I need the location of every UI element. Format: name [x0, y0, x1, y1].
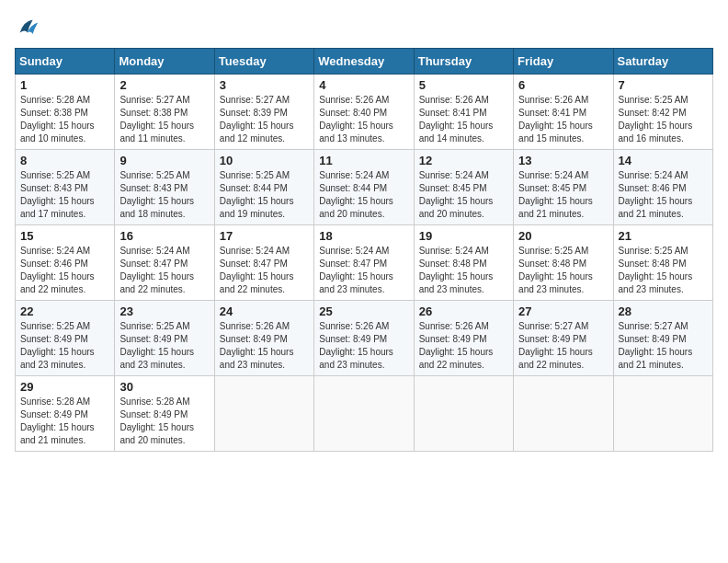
day-number: 17 — [220, 229, 309, 243]
day-of-week-header: Saturday — [613, 49, 712, 75]
day-number: 3 — [220, 78, 309, 92]
day-content: Sunrise: 5:27 AM Sunset: 8:49 PM Dayligh… — [518, 320, 608, 372]
day-content: Sunrise: 5:28 AM Sunset: 8:38 PM Dayligh… — [20, 94, 109, 145]
calendar-day-cell: 8 Sunrise: 5:25 AM Sunset: 8:43 PM Dayli… — [16, 150, 115, 225]
day-content: Sunrise: 5:27 AM Sunset: 8:38 PM Dayligh… — [119, 94, 209, 145]
calendar-week-row: 29 Sunrise: 5:28 AM Sunset: 8:49 PM Dayl… — [16, 376, 713, 452]
day-content: Sunrise: 5:26 AM Sunset: 8:49 PM Dayligh… — [220, 320, 309, 372]
calendar-day-cell: 23 Sunrise: 5:25 AM Sunset: 8:49 PM Dayl… — [115, 301, 214, 376]
day-of-week-header: Thursday — [414, 49, 513, 75]
day-content: Sunrise: 5:27 AM Sunset: 8:49 PM Dayligh… — [619, 320, 708, 372]
day-content: Sunrise: 5:24 AM Sunset: 8:45 PM Dayligh… — [518, 169, 608, 221]
calendar-day-cell — [214, 376, 313, 452]
calendar-day-cell: 15 Sunrise: 5:24 AM Sunset: 8:46 PM Dayl… — [16, 225, 115, 301]
day-content: Sunrise: 5:24 AM Sunset: 8:48 PM Dayligh… — [419, 245, 508, 296]
calendar-day-cell: 1 Sunrise: 5:28 AM Sunset: 8:38 PM Dayli… — [16, 75, 115, 150]
day-content: Sunrise: 5:25 AM Sunset: 8:48 PM Dayligh… — [619, 245, 708, 296]
day-number: 11 — [319, 154, 408, 167]
calendar-day-cell: 4 Sunrise: 5:26 AM Sunset: 8:40 PM Dayli… — [314, 75, 414, 150]
day-content: Sunrise: 5:26 AM Sunset: 8:49 PM Dayligh… — [419, 320, 508, 372]
day-content: Sunrise: 5:25 AM Sunset: 8:44 PM Dayligh… — [220, 169, 309, 221]
calendar-table: SundayMondayTuesdayWednesdayThursdayFrid… — [15, 48, 713, 452]
day-number: 4 — [319, 78, 408, 92]
calendar-day-cell: 16 Sunrise: 5:24 AM Sunset: 8:47 PM Dayl… — [115, 225, 214, 301]
calendar-day-cell: 26 Sunrise: 5:26 AM Sunset: 8:49 PM Dayl… — [414, 301, 513, 376]
day-number: 22 — [20, 304, 109, 318]
day-content: Sunrise: 5:24 AM Sunset: 8:44 PM Dayligh… — [319, 169, 408, 221]
day-number: 18 — [319, 229, 408, 243]
day-number: 19 — [419, 229, 508, 243]
calendar-day-cell: 30 Sunrise: 5:28 AM Sunset: 8:49 PM Dayl… — [115, 376, 214, 452]
day-of-week-header: Wednesday — [314, 49, 414, 75]
day-content: Sunrise: 5:24 AM Sunset: 8:47 PM Dayligh… — [319, 245, 408, 296]
calendar-day-cell — [414, 376, 513, 452]
calendar-day-cell: 17 Sunrise: 5:24 AM Sunset: 8:47 PM Dayl… — [214, 225, 313, 301]
day-content: Sunrise: 5:26 AM Sunset: 8:49 PM Dayligh… — [319, 320, 408, 372]
calendar-day-cell — [314, 376, 414, 452]
calendar-day-cell: 11 Sunrise: 5:24 AM Sunset: 8:44 PM Dayl… — [314, 150, 414, 225]
calendar-day-cell — [514, 376, 613, 452]
calendar-week-row: 8 Sunrise: 5:25 AM Sunset: 8:43 PM Dayli… — [16, 150, 713, 225]
calendar-day-cell: 13 Sunrise: 5:24 AM Sunset: 8:45 PM Dayl… — [514, 150, 613, 225]
day-number: 10 — [220, 154, 309, 167]
calendar-day-cell: 18 Sunrise: 5:24 AM Sunset: 8:47 PM Dayl… — [314, 225, 414, 301]
day-number: 23 — [119, 304, 209, 318]
day-number: 2 — [119, 78, 209, 92]
day-number: 1 — [20, 78, 109, 92]
calendar-day-cell: 5 Sunrise: 5:26 AM Sunset: 8:41 PM Dayli… — [414, 75, 513, 150]
day-of-week-header: Monday — [115, 49, 214, 75]
calendar-day-cell: 19 Sunrise: 5:24 AM Sunset: 8:48 PM Dayl… — [414, 225, 513, 301]
calendar-day-cell: 14 Sunrise: 5:24 AM Sunset: 8:46 PM Dayl… — [613, 150, 712, 225]
day-number: 26 — [419, 304, 508, 318]
day-number: 5 — [419, 78, 508, 92]
day-number: 20 — [518, 229, 608, 243]
calendar-week-row: 15 Sunrise: 5:24 AM Sunset: 8:46 PM Dayl… — [16, 225, 713, 301]
day-number: 16 — [119, 229, 209, 243]
calendar-day-cell — [613, 376, 712, 452]
calendar-day-cell: 25 Sunrise: 5:26 AM Sunset: 8:49 PM Dayl… — [314, 301, 414, 376]
calendar-week-row: 1 Sunrise: 5:28 AM Sunset: 8:38 PM Dayli… — [16, 75, 713, 150]
calendar-day-cell: 20 Sunrise: 5:25 AM Sunset: 8:48 PM Dayl… — [514, 225, 613, 301]
calendar-day-cell: 24 Sunrise: 5:26 AM Sunset: 8:49 PM Dayl… — [214, 301, 313, 376]
calendar-week-row: 22 Sunrise: 5:25 AM Sunset: 8:49 PM Dayl… — [16, 301, 713, 376]
day-of-week-header: Sunday — [16, 49, 115, 75]
day-number: 27 — [518, 304, 608, 318]
day-number: 15 — [20, 229, 109, 243]
day-content: Sunrise: 5:26 AM Sunset: 8:40 PM Dayligh… — [319, 94, 408, 145]
page-header — [15, 15, 713, 40]
day-content: Sunrise: 5:27 AM Sunset: 8:39 PM Dayligh… — [220, 94, 309, 145]
day-number: 13 — [518, 154, 608, 167]
day-content: Sunrise: 5:24 AM Sunset: 8:47 PM Dayligh… — [119, 245, 209, 296]
calendar-day-cell: 28 Sunrise: 5:27 AM Sunset: 8:49 PM Dayl… — [613, 301, 712, 376]
day-number: 24 — [220, 304, 309, 318]
day-content: Sunrise: 5:24 AM Sunset: 8:46 PM Dayligh… — [20, 245, 109, 296]
calendar-day-cell: 27 Sunrise: 5:27 AM Sunset: 8:49 PM Dayl… — [514, 301, 613, 376]
calendar-day-cell: 10 Sunrise: 5:25 AM Sunset: 8:44 PM Dayl… — [214, 150, 313, 225]
day-content: Sunrise: 5:24 AM Sunset: 8:46 PM Dayligh… — [619, 169, 708, 221]
day-content: Sunrise: 5:25 AM Sunset: 8:49 PM Dayligh… — [119, 320, 209, 372]
day-content: Sunrise: 5:25 AM Sunset: 8:49 PM Dayligh… — [20, 320, 109, 372]
day-content: Sunrise: 5:25 AM Sunset: 8:43 PM Dayligh… — [20, 169, 109, 221]
day-content: Sunrise: 5:28 AM Sunset: 8:49 PM Dayligh… — [20, 396, 109, 447]
day-content: Sunrise: 5:25 AM Sunset: 8:42 PM Dayligh… — [619, 94, 708, 145]
day-number: 14 — [619, 154, 708, 167]
day-content: Sunrise: 5:26 AM Sunset: 8:41 PM Dayligh… — [419, 94, 508, 145]
calendar-day-cell: 3 Sunrise: 5:27 AM Sunset: 8:39 PM Dayli… — [214, 75, 313, 150]
calendar-day-cell: 7 Sunrise: 5:25 AM Sunset: 8:42 PM Dayli… — [613, 75, 712, 150]
calendar-day-cell: 12 Sunrise: 5:24 AM Sunset: 8:45 PM Dayl… — [414, 150, 513, 225]
calendar-day-cell: 21 Sunrise: 5:25 AM Sunset: 8:48 PM Dayl… — [613, 225, 712, 301]
day-number: 25 — [319, 304, 408, 318]
calendar-day-cell: 29 Sunrise: 5:28 AM Sunset: 8:49 PM Dayl… — [16, 376, 115, 452]
day-of-week-header: Tuesday — [214, 49, 313, 75]
day-content: Sunrise: 5:28 AM Sunset: 8:49 PM Dayligh… — [119, 396, 209, 447]
day-number: 6 — [518, 78, 608, 92]
calendar-day-cell: 2 Sunrise: 5:27 AM Sunset: 8:38 PM Dayli… — [115, 75, 214, 150]
calendar-day-cell: 22 Sunrise: 5:25 AM Sunset: 8:49 PM Dayl… — [16, 301, 115, 376]
day-number: 9 — [119, 154, 209, 167]
calendar-header-row: SundayMondayTuesdayWednesdayThursdayFrid… — [16, 49, 713, 75]
logo — [15, 15, 44, 40]
day-number: 7 — [619, 78, 708, 92]
day-content: Sunrise: 5:25 AM Sunset: 8:48 PM Dayligh… — [518, 245, 608, 296]
logo-bird-icon — [15, 15, 40, 40]
day-number: 8 — [20, 154, 109, 167]
